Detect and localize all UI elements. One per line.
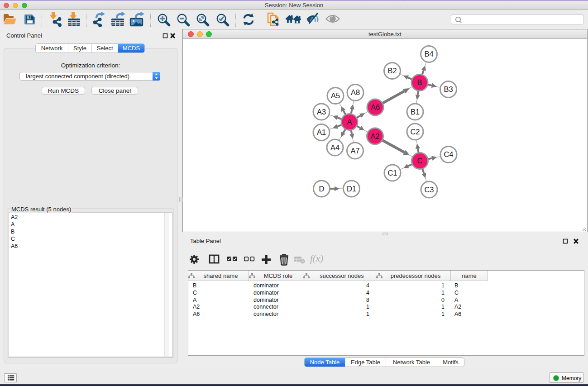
svg-text:C: C <box>417 157 423 165</box>
svg-text:D1: D1 <box>347 185 356 193</box>
svg-text:B: B <box>417 78 422 86</box>
svg-text:C4: C4 <box>444 150 453 158</box>
svg-text:A2: A2 <box>370 132 379 140</box>
svg-text:A8: A8 <box>351 88 360 96</box>
svg-text:B2: B2 <box>387 67 397 75</box>
svg-text:B3: B3 <box>444 85 453 93</box>
svg-text:B4: B4 <box>424 50 433 58</box>
svg-text:C2: C2 <box>410 128 420 136</box>
svg-text:A7: A7 <box>350 147 359 155</box>
svg-text:B1: B1 <box>411 108 420 116</box>
svg-text:C3: C3 <box>424 186 434 194</box>
svg-text:A5: A5 <box>331 91 340 100</box>
svg-text:A6: A6 <box>371 103 380 111</box>
svg-text:A3: A3 <box>317 108 326 116</box>
svg-text:C1: C1 <box>387 169 397 177</box>
svg-text:A: A <box>347 118 352 126</box>
svg-text:A1: A1 <box>317 128 326 136</box>
svg-text:D: D <box>319 185 325 193</box>
svg-text:A4: A4 <box>330 143 339 152</box>
